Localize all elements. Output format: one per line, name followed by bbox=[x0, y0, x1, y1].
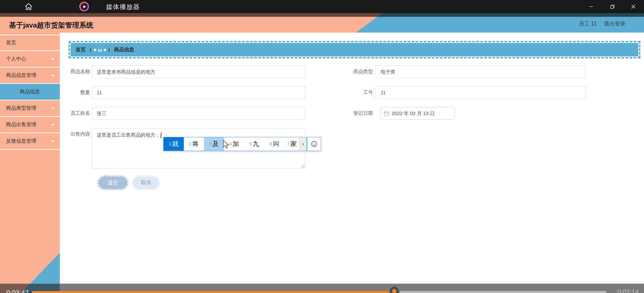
play-icon bbox=[81, 3, 88, 10]
sidebar-item-label: 商品类型管理 bbox=[6, 105, 36, 111]
media-player-window: 媒体播放器 基于java超市货架管理系统 员工 11 退出登录 bbox=[0, 0, 644, 293]
remaining-time: 0:02:14 bbox=[617, 288, 639, 293]
submit-button[interactable]: 提交 bbox=[97, 175, 129, 190]
ime-candidate-7[interactable]: 7 家 bbox=[285, 137, 299, 151]
sidebar-item-personal-center[interactable]: 个人中心 bbox=[0, 51, 60, 67]
smiley-icon bbox=[311, 141, 317, 147]
header-username[interactable]: 员工 11 bbox=[579, 20, 597, 28]
progress-knob[interactable] bbox=[390, 287, 399, 293]
progress-bar-remaining[interactable] bbox=[400, 291, 606, 293]
ime-next-page-icon[interactable]: › bbox=[299, 137, 306, 151]
kaomoji-open-paren: （ bbox=[87, 47, 92, 53]
heart-icon: ♥ bbox=[103, 47, 106, 53]
text-caret bbox=[161, 132, 162, 137]
chevron-down-icon bbox=[51, 108, 54, 109]
resize-handle-icon[interactable] bbox=[301, 164, 304, 167]
sidebar: 首页 个人中心 商品信息管理 商品信息 商品类型管理 商品出售管理 反馈信息管理 bbox=[0, 33, 60, 293]
breadcrumb-current: 商品信息 bbox=[114, 47, 134, 53]
sidebar-item-feedback-mgmt[interactable]: 反馈信息管理 bbox=[0, 133, 60, 150]
chevron-down-icon bbox=[51, 124, 54, 126]
ime-candidate-3[interactable]: 3 及 bbox=[204, 137, 224, 151]
sidebar-item-label: 商品出售管理 bbox=[6, 121, 36, 128]
media-player-icon bbox=[79, 2, 89, 11]
sidebar-item-label: 首页 bbox=[6, 40, 16, 46]
chevron-down-icon bbox=[51, 58, 54, 60]
kaomoji-omega: ω bbox=[98, 47, 102, 53]
ime-emoji-button[interactable] bbox=[307, 137, 321, 151]
video-top-shade bbox=[0, 13, 644, 17]
heart-icon: ♥ bbox=[93, 47, 96, 53]
close-button[interactable] bbox=[623, 0, 644, 13]
ime-candidate-6[interactable]: 6 叫 bbox=[264, 137, 285, 151]
restore-button[interactable] bbox=[602, 0, 623, 13]
product-name-input[interactable] bbox=[92, 65, 305, 78]
ime-candidate-4[interactable]: 4 加 bbox=[224, 137, 244, 151]
system-title: 基于java超市货架管理系统 bbox=[9, 20, 93, 30]
main-content: 首页 （ ♥ ω ♥ ） 商品信息 商品名称 商品类型 数量 工号 员工姓名 登… bbox=[60, 33, 644, 293]
cancel-button[interactable]: 取消 bbox=[132, 175, 160, 190]
register-date-value: 2022 年 02 月 13 日 bbox=[392, 110, 435, 117]
logout-link[interactable]: 退出登录 bbox=[604, 20, 626, 28]
sidebar-item-label: 个人中心 bbox=[6, 56, 26, 62]
elapsed-time: 0:03:47 bbox=[6, 289, 29, 293]
progress-bar-played[interactable] bbox=[32, 291, 389, 293]
breadcrumb: 首页 （ ♥ ω ♥ ） 商品信息 bbox=[71, 43, 638, 56]
calendar-icon bbox=[384, 111, 389, 116]
product-name-label: 商品名称 bbox=[60, 68, 90, 75]
quantity-input[interactable] bbox=[92, 86, 305, 99]
kaomoji-close-paren: ） bbox=[108, 47, 113, 53]
app-title: 媒体播放器 bbox=[106, 3, 140, 11]
product-type-label: 商品类型 bbox=[336, 68, 373, 75]
sidebar-item-product-type-mgmt[interactable]: 商品类型管理 bbox=[0, 100, 60, 117]
home-icon[interactable] bbox=[24, 2, 33, 11]
breadcrumb-home[interactable]: 首页 bbox=[76, 47, 86, 53]
sidebar-item-label: 反馈信息管理 bbox=[6, 138, 36, 144]
sidebar-item-product-info[interactable]: 商品信息 bbox=[0, 84, 60, 100]
titlebar: 媒体播放器 bbox=[0, 0, 644, 13]
sidebar-item-label: 商品信息管理 bbox=[6, 72, 36, 79]
sidebar-item-product-sale-mgmt[interactable]: 商品出售管理 bbox=[0, 117, 60, 133]
work-id-label: 工号 bbox=[336, 89, 373, 96]
sale-content-text: 这里是员工出售商品的地方， bbox=[97, 132, 160, 138]
quantity-label: 数量 bbox=[60, 89, 90, 96]
ime-candidate-bar: 1 就 2 将 3 及 4 加 5 九 bbox=[163, 137, 321, 151]
register-date-input[interactable]: 2022 年 02 月 13 日 bbox=[380, 107, 455, 120]
register-date-label: 登记日期 bbox=[336, 110, 373, 116]
employee-name-input[interactable] bbox=[92, 107, 305, 120]
product-type-input[interactable] bbox=[376, 65, 586, 78]
sidebar-item-label: 商品信息 bbox=[20, 89, 40, 95]
sale-content-label: 出售内容 bbox=[60, 131, 90, 137]
ime-candidate-1[interactable]: 1 就 bbox=[164, 137, 184, 151]
ime-candidate-5[interactable]: 5 九 bbox=[244, 137, 264, 151]
window-controls bbox=[581, 0, 644, 13]
chevron-down-icon bbox=[51, 75, 54, 77]
sidebar-item-home[interactable]: 首页 bbox=[0, 35, 60, 51]
minimize-button[interactable] bbox=[581, 0, 602, 13]
chevron-down-icon bbox=[51, 141, 54, 142]
ime-candidates: 1 就 2 将 3 及 4 加 5 九 bbox=[163, 137, 307, 151]
ime-candidate-2[interactable]: 2 将 bbox=[184, 137, 204, 151]
employee-name-label: 员工姓名 bbox=[60, 110, 90, 116]
player-control-bar: 0:03:47 0:02:14 bbox=[0, 284, 644, 293]
sidebar-item-product-info-mgmt[interactable]: 商品信息管理 bbox=[0, 67, 60, 84]
work-id-input[interactable] bbox=[376, 86, 586, 99]
